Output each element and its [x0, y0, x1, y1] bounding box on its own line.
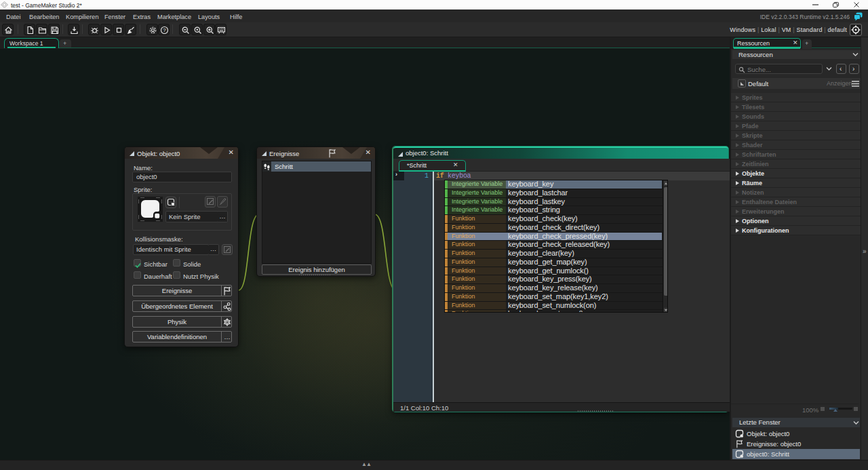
svg-text:?: ?	[163, 27, 166, 33]
